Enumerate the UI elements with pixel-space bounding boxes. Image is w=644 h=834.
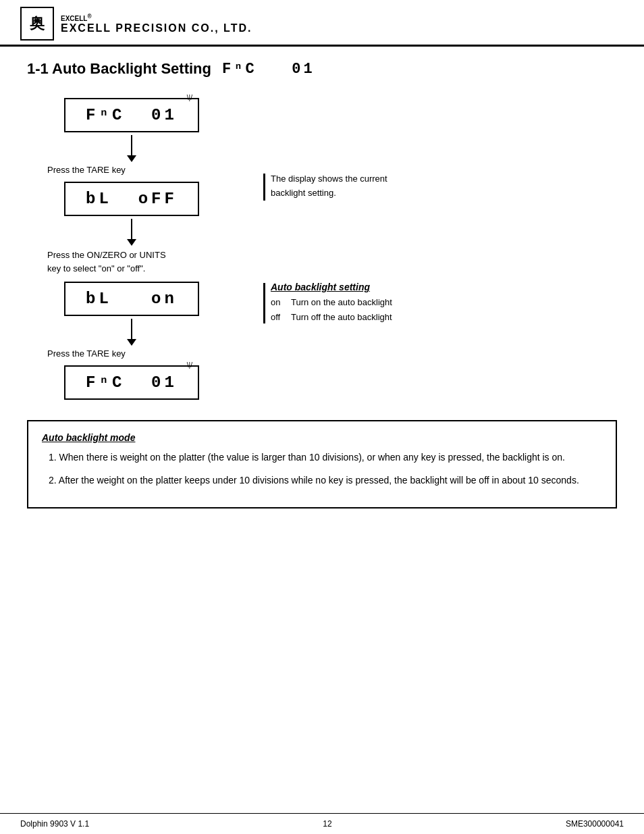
- main-content: 1-1 Auto Backlight Setting FⁿC 01 FⁿC 01…: [0, 47, 644, 536]
- excell-label: EXCELL®: [61, 13, 252, 22]
- flow-steps: FⁿC 01 \|/ Press the TARE key bL oFF: [27, 98, 236, 400]
- page-title-text: 1-1 Auto Backlight Setting: [27, 60, 211, 78]
- display-fnc01-bottom: FⁿC 01: [64, 365, 199, 400]
- display-bl-off: bL oFF: [64, 182, 199, 216]
- company-logo: 奥: [20, 7, 54, 41]
- flow-diagram: FⁿC 01 \|/ Press the TARE key bL oFF: [27, 98, 617, 400]
- setting-title: Auto backlight setting: [271, 282, 392, 292]
- display-bl-on: bL on: [64, 282, 199, 316]
- step3-label: Press the TARE key: [47, 348, 126, 359]
- item-1-text: When there is weight on the platter (the…: [59, 452, 565, 463]
- tare-key-2: TARE: [86, 348, 109, 359]
- connector-line-1: [131, 135, 132, 155]
- step1-label: Press the TARE key: [47, 165, 126, 175]
- setting-key-off: off: [271, 310, 291, 325]
- setting-row-on: on Turn on the auto backlight: [271, 295, 392, 310]
- display-fnc01-top-wrapper: FⁿC 01 \|/: [27, 98, 236, 132]
- footer-left: Dolphin 9903 V 1.1: [20, 819, 89, 829]
- onzero-key: ON/ZERO: [87, 250, 127, 260]
- setting-val-off: Turn off the auto backlight: [291, 310, 392, 325]
- note-1: The display shows the current backlight …: [263, 172, 617, 201]
- item-2-text: After the weight on the platter keeps un…: [59, 475, 579, 486]
- setting-val-on: Turn on the auto backlight: [291, 295, 392, 310]
- setting-row-off: off Turn off the auto backlight: [271, 310, 392, 325]
- flow-notes: The display shows the current backlight …: [236, 98, 617, 400]
- display-bloff-wrapper: bL oFF: [27, 182, 236, 216]
- indicator-top-right-1: \|/: [187, 94, 192, 101]
- footer-center: 12: [323, 819, 331, 829]
- page-header: 奥 EXCELL® EXCELL PRECISION CO., LTD.: [0, 0, 644, 47]
- page-title: 1-1 Auto Backlight Setting FⁿC 01: [27, 60, 617, 78]
- logo-icon: 奥: [30, 14, 45, 34]
- setting-key-on: on: [271, 295, 291, 310]
- note-2-line-container: Auto backlight setting on Turn on the au…: [263, 282, 617, 325]
- arrow-3: [27, 316, 236, 348]
- units-key: UNITS: [140, 250, 166, 260]
- tare-key-1: TARE: [86, 165, 109, 175]
- note-2: Auto backlight setting on Turn on the au…: [263, 282, 617, 325]
- info-box: Auto backlight mode 1. When there is wei…: [27, 420, 617, 509]
- display-fnc01-bottom-wrapper: FⁿC 01 \|/: [27, 365, 236, 400]
- fnc01-bottom-text: FⁿC 01: [86, 373, 178, 392]
- connector-line-3: [131, 319, 132, 339]
- note-2-line: [263, 283, 265, 323]
- info-box-item-1: 1. When there is weight on the platter (…: [42, 450, 602, 465]
- display-fnc01-top-container: FⁿC 01 \|/: [64, 98, 199, 132]
- info-box-title: Auto backlight mode: [42, 432, 602, 443]
- bl-on-text: bL on: [86, 290, 178, 308]
- note-1-text: The display shows the current backlight …: [271, 172, 387, 201]
- note-1-line: [263, 174, 265, 201]
- display-fnc01-bottom-container: FⁿC 01 \|/: [64, 365, 199, 400]
- item-2-number: 2.: [49, 475, 59, 486]
- arrow-1: [27, 132, 236, 165]
- bl-off-text: bL oFF: [86, 190, 178, 208]
- connector-line-2: [131, 219, 132, 239]
- step2-label: Press the ON/ZERO or UNITS key to select…: [47, 249, 166, 275]
- display-blon-wrapper: bL on: [27, 282, 236, 316]
- footer-right: SME300000041: [566, 819, 624, 829]
- fnc01-top-text: FⁿC 01: [86, 106, 178, 124]
- item-1-number: 1.: [49, 452, 59, 463]
- indicator-top-right-2: \|/: [187, 361, 192, 369]
- arrow-2: [27, 216, 236, 249]
- info-box-item-2: 2. After the weight on the platter keeps…: [42, 473, 602, 488]
- setting-info: Auto backlight setting on Turn on the au…: [271, 282, 392, 325]
- arrowhead-1: [127, 155, 136, 162]
- page-footer: Dolphin 9903 V 1.1 12 SME300000041: [0, 813, 644, 834]
- arrowhead-3: [127, 339, 136, 346]
- arrowhead-2: [127, 239, 136, 246]
- company-name: EXCELL PRECISION CO., LTD.: [61, 22, 252, 34]
- page-title-seg: FⁿC 01: [222, 61, 315, 78]
- display-fnc01-top: FⁿC 01: [64, 98, 199, 132]
